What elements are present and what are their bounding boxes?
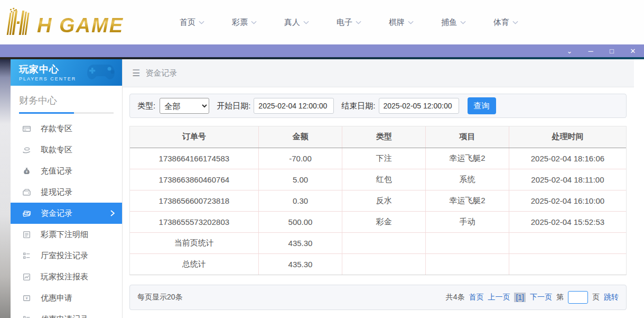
chart-icon [22, 272, 31, 281]
col-process-time: 处理时间 [509, 126, 626, 148]
empty-cell [509, 253, 626, 275]
cell-type: 彩金 [342, 211, 426, 232]
type-select[interactable]: 全部 [160, 98, 209, 114]
section-underline [19, 112, 114, 114]
jump-button[interactable]: 跳转 [604, 293, 619, 302]
cell-item: 手动 [426, 211, 509, 232]
site-logo[interactable]: H GAME [5, 7, 153, 37]
minimize-icon[interactable]: ─ [587, 48, 594, 54]
nav-label: 首页 [180, 17, 195, 28]
sidebar: 玩家中心 PLAYERS CENTER 财务中心 存款专区 [11, 59, 123, 318]
sidebar-section-title: 财务中心 [19, 94, 114, 112]
summary-amount: 435.30 [258, 232, 342, 253]
main-content: ☰ 资金记录 类型: 全部 开始日期: 结束日期: 查询 [123, 59, 634, 318]
nav-label: 体育 [493, 17, 509, 28]
cell-process-time: 2025-02-04 16:10:00 [509, 190, 626, 211]
col-item: 项目 [426, 126, 509, 148]
table-row: 1738656600723818 0.30 反水 幸运飞艇2 2025-02-0… [130, 190, 626, 211]
sidebar-menu: 存款专区 取款专区 ¥ 充值记录 提现记录 资金记录 [11, 118, 122, 318]
nav-item-cards[interactable]: 棋牌 [389, 17, 414, 28]
end-date-label: 结束日期: [341, 101, 375, 111]
breadcrumb: ☰ 资金记录 [123, 59, 634, 87]
wallet-icon [22, 188, 31, 197]
ticket-icon: ¥ [22, 294, 31, 303]
current-page-indicator: [1] [514, 293, 526, 302]
cell-type: 红包 [342, 169, 426, 190]
funds-table: 订单号 金额 类型 项目 处理时间 1738664166174583 -70.0… [129, 126, 627, 275]
nav-label: 真人 [284, 17, 300, 28]
pagination-bar: 每页显示20条 共4条 首页 上一页 [1] 下一页 第 页 跳转 [129, 285, 627, 310]
jump-page-input[interactable] [568, 291, 588, 304]
search-button[interactable]: 查询 [468, 97, 496, 114]
cell-item: 幸运飞艇2 [426, 148, 509, 169]
sidebar-item-label: 厅室投注记录 [41, 251, 88, 261]
sidebar-item-label: 资金记录 [41, 208, 72, 219]
sidebar-header: 玩家中心 PLAYERS CENTER [11, 59, 122, 86]
start-date-input[interactable] [254, 98, 334, 114]
next-page-link[interactable]: 下一页 [530, 293, 552, 302]
table-row: 1738664166174583 -70.00 下注 幸运飞艇2 2025-02… [130, 148, 626, 169]
nav-item-sports[interactable]: 体育 [493, 17, 518, 28]
nav-item-lottery[interactable]: 彩票 [232, 17, 257, 28]
summary-amount: 435.30 [258, 253, 342, 275]
sidebar-item-deposit-zone[interactable]: 存款专区 [11, 118, 122, 139]
svg-text:¥: ¥ [25, 296, 28, 301]
sidebar-item-player-bet-report[interactable]: 玩家投注报表 [11, 266, 122, 287]
nav-label: 棋牌 [389, 17, 405, 28]
jump-prefix-text: 第 [556, 293, 564, 302]
nav-label: 彩票 [232, 17, 248, 28]
prev-page-link[interactable]: 上一页 [488, 293, 510, 302]
chevron-down-icon [512, 21, 518, 24]
maximize-icon[interactable]: □ [608, 48, 615, 54]
col-type: 类型 [342, 126, 426, 148]
col-order-no: 订单号 [130, 126, 258, 148]
chevron-down-icon [251, 21, 257, 24]
sidebar-item-withdraw-zone[interactable]: 取款专区 [11, 139, 122, 160]
sidebar-item-label: 玩家投注报表 [41, 272, 88, 282]
sidebar-item-withdrawal-record[interactable]: 提现记录 [11, 181, 122, 203]
document-icon [22, 230, 31, 239]
page: H GAME 首页 彩票 真人 电子 棋牌 [0, 0, 644, 318]
cell-process-time: 2025-02-04 15:52:53 [509, 211, 626, 232]
type-label: 类型: [137, 101, 155, 111]
sidebar-item-label: 优惠申请记录 [41, 314, 88, 318]
nav-item-live[interactable]: 真人 [284, 17, 309, 28]
sidebar-section: 财务中心 [11, 86, 122, 114]
close-icon[interactable]: ✕ [629, 48, 637, 54]
sidebar-item-label: 彩票下注明细 [41, 230, 88, 240]
sidebar-item-label: 优惠申请 [41, 293, 72, 303]
sidebar-item-promo-apply-record[interactable]: 优惠申请记录 [11, 308, 122, 318]
sidebar-item-promo-apply[interactable]: ¥ 优惠申请 [11, 287, 122, 308]
money-bag-icon: ¥ [22, 167, 31, 176]
hamburger-icon[interactable]: ☰ [132, 68, 140, 79]
svg-text:¥: ¥ [26, 169, 28, 173]
sidebar-item-recharge-record[interactable]: ¥ 充值记录 [11, 160, 122, 181]
chevron-down-icon[interactable]: ⌄ [566, 48, 573, 54]
cell-process-time: 2025-02-04 18:11:00 [509, 169, 626, 190]
sidebar-item-funds-record[interactable]: 资金记录 [11, 203, 122, 224]
empty-cell [426, 232, 509, 253]
end-date-input[interactable] [379, 98, 459, 114]
empty-cell [509, 232, 626, 253]
cell-amount: -70.00 [258, 148, 342, 169]
sidebar-item-hall-bet-record[interactable]: 厅室投注记录 [11, 245, 122, 266]
window-titlebar: ⌄ ─ □ ✕ [0, 44, 644, 57]
cell-process-time: 2025-02-04 18:16:06 [509, 148, 626, 169]
logo-mark-icon [5, 7, 36, 37]
list-icon [22, 315, 31, 318]
sidebar-item-lottery-bet-detail[interactable]: 彩票下注明细 [11, 224, 122, 245]
bank-card-icon [22, 124, 31, 133]
empty-cell [426, 253, 509, 275]
sidebar-item-label: 存款专区 [41, 124, 72, 134]
first-page-link[interactable]: 首页 [469, 293, 483, 302]
empty-cell [342, 253, 426, 275]
cell-item: 系统 [426, 169, 509, 190]
nav-item-home[interactable]: 首页 [180, 17, 204, 28]
nav-item-slots[interactable]: 电子 [337, 17, 361, 28]
table-row: 1738655573202803 500.00 彩金 手动 2025-02-04… [130, 211, 626, 232]
logo-text: H GAME [37, 14, 124, 37]
sidebar-item-label: 提现记录 [41, 187, 72, 197]
chevron-down-icon [460, 21, 466, 24]
nav-item-fishing[interactable]: 捕鱼 [441, 17, 466, 28]
cell-order-no: 1738663860460764 [130, 169, 258, 190]
